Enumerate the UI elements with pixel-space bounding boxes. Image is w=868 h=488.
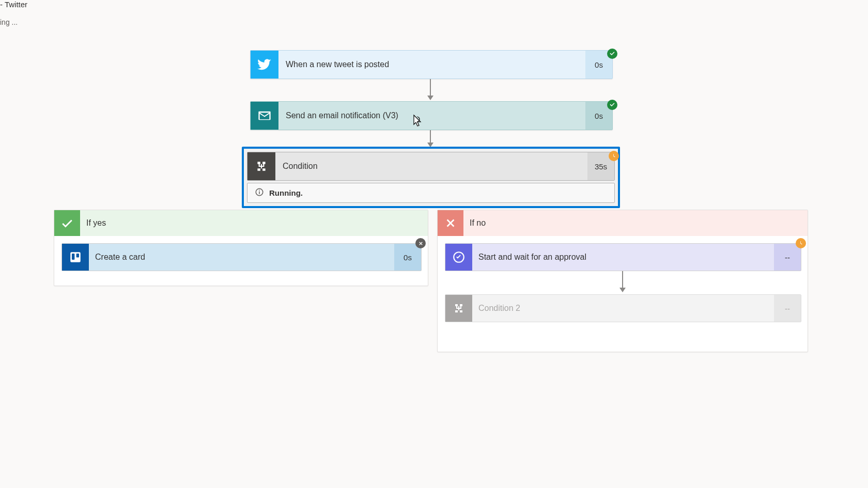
condition2-duration: -- [774,295,801,322]
condition-status-text: Running. [269,188,303,197]
flow-arrow [430,79,431,97]
svg-rect-1 [259,192,260,194]
trello-icon [62,244,89,271]
svg-rect-4 [72,254,74,260]
success-badge-icon [607,49,617,59]
email-label: Send an email notification (V3) [278,102,585,130]
flow-arrow-head-icon [619,288,626,292]
flow-arrow-head-icon [427,96,433,100]
flow-arrow [622,271,623,289]
condition-card[interactable]: Condition 35s Running. [242,147,620,208]
condition-header-row[interactable]: Condition 35s [247,152,615,181]
loading-indicator: ing ... [0,18,868,26]
action-card-approval[interactable]: Start and wait for an approval -- [445,243,801,271]
svg-rect-2 [259,190,260,191]
action-card-email[interactable]: Send an email notification (V3) 0s [250,101,613,130]
branch-yes-header: If yes [54,210,428,236]
branch-yes[interactable]: If yes Create a card 0s [54,210,428,286]
approval-icon [445,244,472,271]
window-header: - Twitter ing ... [0,0,868,26]
svg-rect-5 [76,254,79,258]
branch-yes-label: If yes [80,210,428,236]
trigger-card-twitter[interactable]: When a new tweet is posted 0s [250,50,613,79]
branch-no-header: If no [438,210,808,236]
trello-label: Create a card [89,244,394,271]
branch-no[interactable]: If no Start and wait for an approval -- … [437,210,808,352]
info-icon [255,187,264,198]
approval-label: Start and wait for an approval [472,244,774,271]
check-icon [54,210,80,236]
trello-duration: 0s [394,244,421,271]
condition-status-row: Running. [247,183,615,203]
cancelled-badge-icon [415,238,426,248]
condition-label: Condition [275,152,587,180]
branch-no-label: If no [463,210,808,236]
condition-icon [445,295,472,322]
action-card-condition-2[interactable]: Condition 2 -- [445,294,801,322]
twitter-icon [251,51,278,78]
window-title: - Twitter [0,0,868,11]
success-badge-icon [607,100,617,110]
condition2-label: Condition 2 [472,295,774,322]
trigger-label: When a new tweet is posted [278,51,585,78]
pending-badge-icon [796,238,806,248]
mail-icon [251,102,278,130]
condition-icon [247,152,275,180]
pending-badge-icon [609,151,619,161]
action-card-trello[interactable]: Create a card 0s [61,243,422,271]
flow-arrow [430,130,431,144]
approval-duration: -- [774,244,801,271]
close-icon [438,210,463,236]
